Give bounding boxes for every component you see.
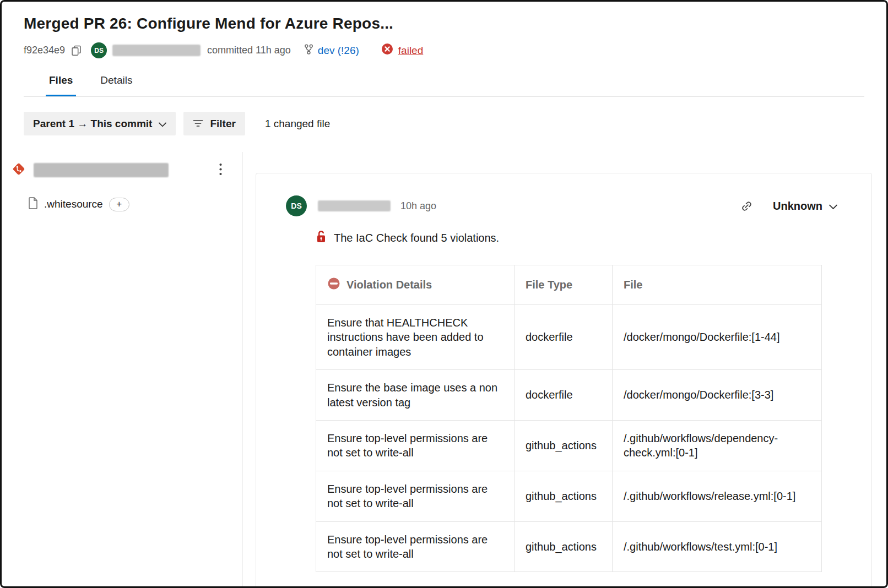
file-cell: /docker/mongo/Dockerfile:[3-3] [613,370,822,421]
tab-details[interactable]: Details [97,74,136,96]
chevron-down-icon [829,200,837,213]
branch-icon [304,43,313,58]
violations-table: Violation Details File Type File Ensure … [316,265,822,572]
violation-cell: Ensure the base image uses a non latest … [316,370,515,421]
branch-link[interactable]: dev (!26) [318,45,359,57]
comment-avatar[interactable]: DS [286,195,307,216]
repo-name-redacted [34,163,169,177]
no-entry-icon [327,277,340,293]
file-type-cell: github_actions [515,471,613,521]
file-cell: /.github/workflows/dependency-check.yml:… [613,420,822,471]
file-type-cell: github_actions [515,521,613,572]
filter-label: Filter [210,118,235,130]
committer-avatar[interactable]: DS [91,42,107,58]
comment-actions: Unknown [739,198,841,215]
filter-icon [193,118,203,130]
filter-button[interactable]: Filter [183,112,245,135]
main-pane: DS 10h ago Unknown [242,152,886,586]
copy-link-icon[interactable] [739,199,754,214]
diff-selector-label: Parent 1 → This commit [33,118,152,130]
page-header: Merged PR 26: Configure Mend for Azure R… [2,2,886,97]
diff-selector-button[interactable]: Parent 1 → This commit [24,112,176,135]
comment-header: DS 10h ago Unknown [286,195,841,216]
file-tree-pane: .whitesource + [2,152,242,586]
violation-details-header: Violation Details [316,265,515,305]
file-type-header: File Type [515,265,613,305]
table-row: Ensure top-level permissions are not set… [316,471,822,521]
file-header: File [613,265,822,305]
insecure-lock-icon [316,230,327,246]
failed-status-link[interactable]: failed [398,45,423,57]
comment-message: The IaC Check found 5 violations. [316,230,841,246]
more-options-icon[interactable] [216,161,225,179]
content-split: .whitesource + DS 10h ago Unknown [2,152,886,586]
file-icon [28,197,38,211]
file-cell: /.github/workflows/release.yml:[0-1] [613,471,822,521]
table-row: Ensure top-level permissions are not set… [316,521,822,572]
violation-cell: Ensure top-level permissions are not set… [316,471,515,521]
diff-toolbar: Parent 1 → This commit Filter 1 changed … [2,97,886,152]
file-cell: /.github/workflows/test.yml:[0-1] [613,521,822,572]
commit-page: Merged PR 26: Configure Mend for Azure R… [0,0,888,588]
page-title: Merged PR 26: Configure Mend for Azure R… [24,15,864,32]
chevron-down-icon [159,118,166,130]
comment-status-value: Unknown [773,200,822,213]
violation-cell: Ensure top-level permissions are not set… [316,521,515,572]
tab-bar: Files Details [24,74,864,97]
failed-status-icon [381,43,393,58]
file-type-cell: dockerfile [515,370,613,421]
violation-cell: Ensure top-level permissions are not set… [316,420,515,471]
violation-details-header-label: Violation Details [346,279,432,291]
file-added-badge: + [109,198,129,211]
changed-files-count: 1 changed file [265,118,330,130]
comment-card: DS 10h ago Unknown [256,173,872,586]
table-row: Ensure the base image uses a non latest … [316,370,822,421]
comment-status-dropdown[interactable]: Unknown [770,198,841,215]
comment-timestamp: 10h ago [400,200,436,212]
table-header-row: Violation Details File Type File [316,265,822,305]
tree-repo-node[interactable] [2,152,242,179]
file-type-cell: dockerfile [515,305,613,370]
table-row: Ensure top-level permissions are not set… [316,420,822,471]
file-type-cell: github_actions [515,420,613,471]
file-cell: /docker/mongo/Dockerfile:[1-44] [613,305,822,370]
violation-cell: Ensure that HEALTHCHECK instructions hav… [316,305,515,370]
build-status: failed [381,43,423,58]
comment-author-redacted [318,200,391,211]
file-name: .whitesource [44,198,103,210]
committed-text: committed 11h ago [207,45,291,56]
copy-icon[interactable] [71,44,82,57]
committer-name-redacted [112,45,201,56]
comment-message-text: The IaC Check found 5 violations. [334,232,499,244]
branch-info: dev (!26) [304,43,359,58]
commit-meta: f92e34e9 DS committed 11h ago dev (!26) … [24,42,864,58]
tree-file-whitesource[interactable]: .whitesource + [2,179,242,211]
table-row: Ensure that HEALTHCHECK instructions hav… [316,305,822,370]
repo-diamond-icon [10,161,27,179]
tab-files[interactable]: Files [46,74,76,96]
commit-hash: f92e34e9 [24,45,65,56]
